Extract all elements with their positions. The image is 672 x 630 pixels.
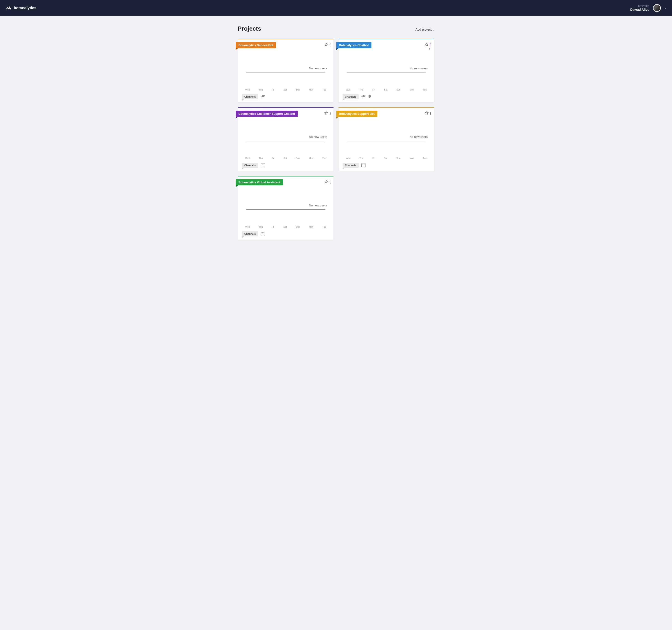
chart-axis: WedThuFriSatSunMonTue [245, 89, 326, 91]
chart-area: No new usersWedThuFriSatSunMonTue [242, 112, 329, 160]
more-menu-icon[interactable] [329, 43, 330, 47]
svg-marker-0 [325, 43, 328, 46]
axis-day: Fri [373, 157, 375, 160]
svg-marker-3 [425, 43, 428, 46]
chart-area: No new usersWedThuFriSatSunMonTue [343, 43, 430, 91]
channel-icons [261, 232, 265, 236]
svg-marker-8 [425, 111, 428, 114]
star-icon[interactable] [425, 111, 429, 116]
channel-icons [261, 163, 265, 167]
add-project-link[interactable]: Add project... [415, 28, 434, 31]
more-menu-icon[interactable] [430, 112, 431, 116]
project-card[interactable]: Botanalytics Virtual AssistantNo new use… [238, 176, 334, 240]
project-name-ribbon: Botanalytics Chatbot [336, 42, 371, 48]
svg-marker-7 [325, 111, 328, 114]
star-icon[interactable] [325, 43, 328, 47]
card-actions [325, 111, 330, 116]
axis-day: Sat [384, 157, 387, 160]
axis-day: Mon [309, 226, 313, 228]
profile-label: My Profile [630, 4, 650, 7]
more-menu-icon[interactable] [329, 112, 330, 116]
axis-day: Sun [397, 157, 401, 160]
card-actions [425, 111, 431, 116]
chevron-down-icon: ⌄ [665, 7, 667, 9]
card-actions [425, 43, 431, 47]
axis-day: Sun [296, 226, 300, 228]
keyboard-icon [261, 163, 265, 167]
channel-icons [361, 94, 371, 99]
project-name-ribbon: Botanalytics Support Bot [336, 111, 377, 117]
channels-badge[interactable]: Channels [242, 231, 258, 236]
project-name-ribbon: Botanalytics Customer Support Chatbot [236, 111, 298, 117]
chart-axis: WedThuFriSatSunMonTue [245, 226, 326, 228]
channels-badge[interactable]: Channels [343, 163, 359, 168]
channel-icons [361, 163, 365, 167]
axis-day: Fri [272, 157, 274, 160]
logo-icon [5, 5, 12, 11]
card-footer: Channels [242, 231, 329, 236]
page-header: Projects Add project... [238, 25, 434, 32]
axis-day: Fri [272, 89, 274, 91]
no-users-label: No new users [242, 204, 329, 207]
project-name-ribbon: Botanalytics Service Bot [236, 42, 276, 48]
app-header: botanalytics My Profile Dawud Aliyu ⌄ [0, 0, 672, 16]
card-actions [325, 180, 330, 184]
axis-day: Tue [423, 89, 427, 91]
no-users-label: No new users [242, 67, 329, 70]
axis-day: Wed [346, 157, 351, 160]
card-footer: Channels [242, 163, 329, 168]
chart-area: No new usersWedThuFriSatSunMonTue [343, 112, 430, 160]
page-title: Projects [238, 25, 261, 32]
axis-day: Sat [283, 226, 287, 228]
axis-day: Wed [245, 89, 250, 91]
project-card[interactable]: Botanalytics Service BotNo new usersWedT… [238, 39, 334, 103]
axis-day: Mon [309, 157, 313, 160]
profile-menu[interactable]: My Profile Dawud Aliyu ⌄ [630, 4, 667, 12]
axis-day: Sun [397, 89, 401, 91]
axis-day: Wed [245, 226, 250, 228]
card-footer: Channels [343, 163, 430, 168]
project-name-ribbon: Botanalytics Virtual Assistant [236, 179, 283, 186]
axis-day: Mon [409, 89, 414, 91]
axis-day: Tue [322, 89, 326, 91]
axis-day: Thu [259, 89, 263, 91]
projects-grid: Botanalytics Service BotNo new usersWedT… [238, 39, 434, 240]
planet-icon [361, 94, 365, 99]
keyboard-icon [361, 163, 365, 167]
axis-day: Thu [360, 157, 363, 160]
card-actions [325, 43, 330, 47]
axis-day: Sat [283, 157, 287, 160]
channel-icons [261, 94, 265, 99]
project-card[interactable]: Botanalytics Chatbot↑No new usersWedThuF… [338, 39, 434, 103]
channels-badge[interactable]: Channels [242, 163, 258, 168]
axis-day: Sat [283, 89, 287, 91]
axis-day: Tue [322, 226, 326, 228]
card-footer: Channels [242, 94, 329, 99]
arrow-up-icon: ↑ [429, 47, 430, 51]
project-card[interactable]: Botanalytics Support BotNo new usersWedT… [338, 107, 434, 171]
svg-marker-9 [325, 180, 328, 183]
axis-day: Fri [272, 226, 274, 228]
chart-area: No new usersWedThuFriSatSunMonTue [242, 43, 329, 91]
keyboard-icon [261, 232, 265, 236]
more-menu-icon[interactable] [430, 43, 431, 47]
planet-icon [261, 94, 265, 99]
axis-day: Wed [245, 157, 250, 160]
channels-badge[interactable]: Channels [242, 94, 258, 99]
star-icon[interactable] [325, 180, 328, 184]
star-icon[interactable] [425, 43, 429, 47]
chart-area: No new usersWedThuFriSatSunMonTue [242, 180, 329, 228]
axis-day: Thu [259, 226, 263, 228]
axis-day: Wed [346, 89, 351, 91]
axis-day: Thu [259, 157, 263, 160]
project-card[interactable]: Botanalytics Customer Support ChatbotNo … [238, 107, 334, 171]
axis-day: Tue [423, 157, 427, 160]
brand-logo[interactable]: botanalytics [5, 5, 37, 11]
more-menu-icon[interactable] [329, 180, 330, 184]
star-icon[interactable] [325, 111, 328, 116]
axis-day: Sat [384, 89, 387, 91]
axis-day: Sun [296, 157, 300, 160]
profile-text: My Profile Dawud Aliyu [630, 4, 650, 11]
brand-text: botanalytics [14, 6, 37, 10]
channels-badge[interactable]: Channels [343, 94, 359, 99]
